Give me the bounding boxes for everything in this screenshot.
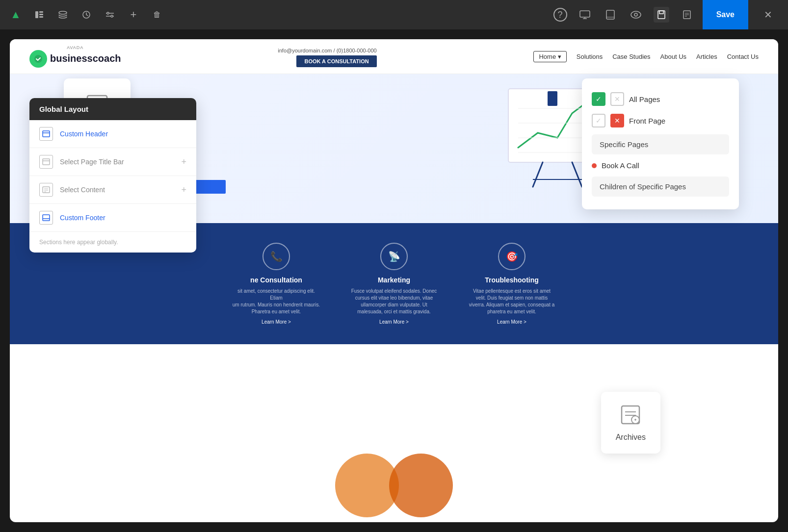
all-pages-x[interactable]: ✕	[610, 92, 624, 106]
specific-pages-section[interactable]: Specific Pages	[592, 134, 729, 154]
page-title-bar-label: Select Page Title Bar	[60, 158, 174, 166]
nav-about[interactable]: About Us	[660, 53, 686, 60]
nav-case-studies[interactable]: Case Studies	[612, 53, 650, 60]
svg-rect-39	[43, 159, 50, 165]
panel-header: Global Layout	[29, 98, 196, 120]
orange-circle-right	[389, 454, 453, 517]
desktop-view-icon[interactable]	[577, 7, 593, 23]
contact-info: info@yourdomain.com / (0)1800-000-000	[278, 48, 376, 53]
children-pages-section[interactable]: Children of Specific Pages	[592, 177, 729, 197]
service-title-marketing: Marketing	[350, 276, 438, 284]
toolbar: ▲ + 🗑 ? Save ✕	[0, 0, 788, 29]
svg-rect-17	[658, 11, 665, 19]
book-a-call-label: Book A Call	[602, 161, 639, 170]
select-content-icon	[39, 183, 53, 197]
svg-rect-13	[606, 10, 614, 19]
save-draft-icon[interactable]	[654, 7, 669, 23]
svg-line-29	[533, 162, 543, 187]
service-title-consultation: ne Consultation	[232, 276, 320, 284]
svg-rect-32	[548, 91, 557, 106]
book-a-call-row: Book A Call	[592, 157, 729, 174]
avada-logo-icon[interactable]: ▲	[8, 7, 24, 23]
panel-footer-text: Sections here appear globally.	[29, 232, 196, 253]
add-element-icon[interactable]: +	[126, 7, 141, 23]
logo-icon	[29, 50, 47, 68]
nav-contact[interactable]: Contact Us	[727, 53, 759, 60]
archives-label: Archives	[616, 433, 646, 442]
learn-more-marketing[interactable]: Learn More >	[350, 319, 438, 325]
custom-footer-label: Custom Footer	[60, 214, 186, 222]
svg-point-7	[111, 15, 113, 17]
book-consultation-btn[interactable]: BOOK A CONSULTATION	[296, 55, 376, 67]
nav-solutions[interactable]: Solutions	[577, 53, 603, 60]
svg-rect-3	[39, 16, 43, 18]
select-content-label: Select Content	[60, 186, 174, 194]
help-icon[interactable]: ?	[553, 8, 567, 22]
archives-icon	[619, 404, 642, 428]
page-title-bar-icon	[39, 155, 53, 169]
custom-header-icon	[39, 127, 53, 141]
custom-footer-icon	[39, 211, 53, 225]
consultation-icon: 📞	[263, 243, 290, 270]
front-page-checkbox[interactable]: ✓	[592, 114, 605, 127]
tablet-view-icon[interactable]	[603, 7, 618, 23]
all-pages-row: ✓ ✕ All Pages	[592, 88, 729, 110]
global-layout-panel: Global Layout Custom Header Select Page …	[29, 98, 196, 253]
sidebar-toggle-icon[interactable]	[31, 7, 47, 23]
troubleshooting-icon: 🎯	[498, 243, 525, 270]
learn-more-consultation[interactable]: Learn More >	[232, 319, 320, 325]
page-title-bar-add-icon[interactable]: +	[181, 157, 186, 167]
history-icon[interactable]	[79, 7, 94, 23]
svg-rect-1	[39, 11, 43, 13]
learn-more-troubleshooting[interactable]: Learn More >	[468, 319, 556, 325]
front-page-row: ✓ ✕ Front Page	[592, 110, 729, 131]
all-pages-label: All Pages	[629, 95, 660, 103]
select-content-add-icon[interactable]: +	[181, 185, 186, 195]
site-logo: AVADA businesscoach	[29, 45, 121, 68]
service-desc-marketing: Fusce volutpat eleifend sodales. Donec c…	[350, 288, 438, 315]
toolbar-center: ?	[553, 7, 695, 23]
panel-item-select-content[interactable]: Select Content +	[29, 176, 196, 204]
marketing-icon: 📡	[380, 243, 408, 270]
preview-icon[interactable]	[628, 7, 644, 23]
service-marketing: 📡 Marketing Fusce volutpat eleifend soda…	[350, 243, 438, 325]
main-canvas: AVADA businesscoach info@yourdomain.com …	[10, 39, 778, 522]
site-nav: Home ▾ Solutions Case Studies About Us A…	[533, 51, 759, 62]
page-template-icon[interactable]	[679, 7, 695, 23]
svg-point-15	[631, 11, 641, 18]
svg-rect-2	[39, 14, 43, 15]
close-button[interactable]: ✕	[756, 0, 780, 29]
service-consultation: 📞 ne Consultation sit amet, consectetur …	[232, 243, 320, 325]
svg-point-4	[59, 11, 67, 14]
svg-rect-45	[43, 215, 50, 221]
service-desc-consultation: sit amet, consectetur adipiscing elit. E…	[232, 288, 320, 315]
svg-line-30	[572, 162, 582, 187]
orange-decoration	[335, 454, 453, 517]
front-page-label: Front Page	[629, 117, 665, 125]
panel-item-custom-footer[interactable]: Custom Footer	[29, 204, 196, 232]
pages-panel: ✓ ✕ All Pages ✓ ✕ Front Page Specific Pa…	[582, 78, 739, 209]
svg-rect-12	[580, 11, 590, 17]
layers-icon[interactable]	[55, 7, 71, 23]
delete-icon[interactable]: 🗑	[149, 7, 165, 23]
panel-item-custom-header[interactable]: Custom Header	[29, 120, 196, 148]
service-troubleshooting: 🎯 Troubleshooting Vitae pellentesque est…	[468, 243, 556, 325]
nav-articles[interactable]: Articles	[696, 53, 717, 60]
nav-home[interactable]: Home ▾	[533, 51, 566, 62]
save-button[interactable]: Save	[703, 0, 748, 29]
svg-point-23	[34, 55, 42, 63]
toolbar-left: ▲ + 🗑	[8, 7, 546, 23]
svg-rect-37	[43, 131, 50, 137]
panel-item-page-title-bar[interactable]: Select Page Title Bar +	[29, 148, 196, 176]
controls-icon[interactable]	[102, 7, 118, 23]
service-title-troubleshooting: Troubleshooting	[468, 276, 556, 284]
svg-rect-18	[659, 11, 663, 14]
archives-card: Archives	[601, 392, 660, 454]
book-a-call-dot	[592, 163, 597, 168]
svg-rect-0	[35, 11, 38, 18]
front-page-x[interactable]: ✕	[610, 114, 624, 127]
svg-point-16	[634, 13, 637, 16]
all-pages-checkbox[interactable]: ✓	[592, 92, 605, 106]
service-desc-troubleshooting: Vitae pellentesque est eros sit amet vel…	[468, 288, 556, 315]
site-header: AVADA businesscoach info@yourdomain.com …	[10, 39, 778, 74]
